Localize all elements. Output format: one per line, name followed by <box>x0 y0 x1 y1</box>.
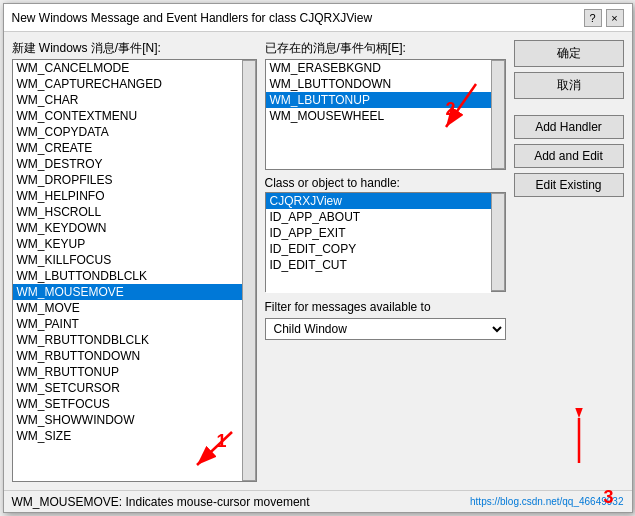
watermark: https://blog.csdn.net/qq_46649932 <box>470 496 623 507</box>
left-panel-label: 新建 Windows 消息/事件[N]: <box>12 40 257 57</box>
cancel-button[interactable]: 取消 <box>514 72 624 99</box>
list-item[interactable]: WM_HSCROLL <box>13 204 242 220</box>
list-item[interactable]: CJQRXJView <box>266 193 491 209</box>
bottom-section: Class or object to handle: CJQRXJViewID_… <box>265 176 506 340</box>
title-bar-buttons: ? × <box>584 9 624 27</box>
list-item[interactable]: WM_KEYUP <box>13 236 242 252</box>
list-item[interactable]: WM_CANCELMODE <box>13 60 242 76</box>
list-item[interactable]: WM_MOUSEWHEEL <box>266 108 491 124</box>
middle-panel: 已存在的消息/事件句柄[E]: WM_ERASEBKGNDWM_LBUTTOND… <box>265 40 506 482</box>
list-item[interactable]: WM_SETCURSOR <box>13 380 242 396</box>
list-item[interactable]: WM_LBUTTONDOWN <box>266 76 491 92</box>
status-text: WM_MOUSEMOVE: Indicates mouse-cursor mov… <box>12 495 471 509</box>
list-item[interactable]: WM_HELPINFO <box>13 188 242 204</box>
list-item[interactable]: ID_APP_EXIT <box>266 225 491 241</box>
list-item[interactable]: WM_RBUTTONDOWN <box>13 348 242 364</box>
class-section: Class or object to handle: CJQRXJViewID_… <box>265 176 506 292</box>
list-item[interactable]: WM_MOUSEMOVE <box>13 284 242 300</box>
add-edit-button[interactable]: Add and Edit <box>514 144 624 168</box>
list-item[interactable]: WM_ERASEBKGND <box>266 60 491 76</box>
existing-handlers-label: 已存在的消息/事件句柄[E]: <box>265 40 506 57</box>
list-item[interactable]: WM_SETFOCUS <box>13 396 242 412</box>
existing-handlers-container: WM_ERASEBKGNDWM_LBUTTONDOWNWM_LBUTTONUPW… <box>265 59 506 170</box>
left-list-container: WM_CANCELMODEWM_CAPTURECHANGEDWM_CHARWM_… <box>12 59 257 482</box>
list-item[interactable]: WM_CAPTURECHANGED <box>13 76 242 92</box>
dialog-body: 新建 Windows 消息/事件[N]: WM_CANCELMODEWM_CAP… <box>4 32 632 490</box>
list-item[interactable]: WM_KEYDOWN <box>13 220 242 236</box>
class-label: Class or object to handle: <box>265 176 506 190</box>
close-button[interactable]: × <box>606 9 624 27</box>
list-item[interactable]: ID_EDIT_COPY <box>266 241 491 257</box>
help-button[interactable]: ? <box>584 9 602 27</box>
list-item[interactable]: WM_SIZE <box>13 428 242 444</box>
class-scrollbar[interactable] <box>491 193 505 291</box>
dialog-title: New Windows Message and Event Handlers f… <box>12 11 373 25</box>
annotation-1-label: 1 <box>216 431 226 452</box>
filter-section: Filter for messages available to Child W… <box>265 300 506 340</box>
top-scrollbar[interactable] <box>491 60 505 169</box>
left-scrollbar[interactable] <box>242 60 256 481</box>
list-item[interactable]: WM_LBUTTONDBLCLK <box>13 268 242 284</box>
left-panel: 新建 Windows 消息/事件[N]: WM_CANCELMODEWM_CAP… <box>12 40 257 482</box>
title-bar: New Windows Message and Event Handlers f… <box>4 4 632 32</box>
annotation-2-label: 2 <box>445 99 455 120</box>
add-handler-button[interactable]: Add Handler <box>514 115 624 139</box>
list-item[interactable]: WM_COPYDATA <box>13 124 242 140</box>
right-panel: 确定 取消 Add Handler Add and Edit Edit Exis… <box>514 40 624 482</box>
class-list[interactable]: CJQRXJViewID_APP_ABOUTID_APP_EXITID_EDIT… <box>266 193 491 293</box>
class-list-container: CJQRXJViewID_APP_ABOUTID_APP_EXITID_EDIT… <box>265 192 506 292</box>
annotation-3-label: 3 <box>603 487 613 508</box>
list-item[interactable]: WM_RBUTTONDBLCLK <box>13 332 242 348</box>
edit-existing-button[interactable]: Edit Existing <box>514 173 624 197</box>
list-item[interactable]: WM_SHOWWINDOW <box>13 412 242 428</box>
filter-label: Filter for messages available to <box>265 300 506 314</box>
ok-button[interactable]: 确定 <box>514 40 624 67</box>
list-item[interactable]: WM_CONTEXTMENU <box>13 108 242 124</box>
list-item[interactable]: WM_LBUTTONUP <box>266 92 491 108</box>
list-item[interactable]: WM_RBUTTONUP <box>13 364 242 380</box>
list-item[interactable]: WM_DROPFILES <box>13 172 242 188</box>
list-item[interactable]: WM_PAINT <box>13 316 242 332</box>
existing-handlers-list[interactable]: WM_ERASEBKGNDWM_LBUTTONDOWNWM_LBUTTONUPW… <box>266 60 491 169</box>
list-item[interactable]: WM_MOVE <box>13 300 242 316</box>
new-messages-list[interactable]: WM_CANCELMODEWM_CAPTURECHANGEDWM_CHARWM_… <box>13 60 242 481</box>
list-item[interactable]: ID_APP_ABOUT <box>266 209 491 225</box>
existing-handlers-section: 已存在的消息/事件句柄[E]: WM_ERASEBKGNDWM_LBUTTOND… <box>265 40 506 170</box>
main-dialog: New Windows Message and Event Handlers f… <box>3 3 633 513</box>
list-item[interactable]: WM_KILLFOCUS <box>13 252 242 268</box>
list-item[interactable]: WM_DESTROY <box>13 156 242 172</box>
right-spacer <box>514 202 624 473</box>
list-item[interactable]: WM_CREATE <box>13 140 242 156</box>
list-item[interactable]: WM_CHAR <box>13 92 242 108</box>
list-item[interactable]: ID_EDIT_CUT <box>266 257 491 273</box>
status-bar: WM_MOUSEMOVE: Indicates mouse-cursor mov… <box>4 490 632 512</box>
filter-select[interactable]: Child Window Frame Window MDI Child <box>265 318 506 340</box>
